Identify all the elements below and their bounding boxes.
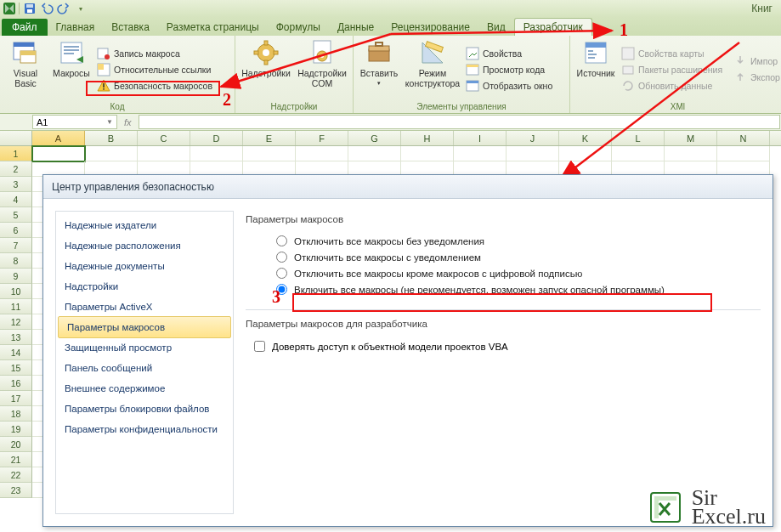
cell[interactable] — [190, 146, 243, 161]
insert-control-button[interactable]: Вставить▾ — [357, 37, 401, 101]
tab-review[interactable]: Рецензирование — [382, 19, 478, 36]
undo-icon[interactable] — [40, 2, 54, 15]
formula-input[interactable] — [139, 115, 780, 129]
row-header[interactable]: 10 — [0, 284, 32, 299]
col-header[interactable]: D — [190, 131, 243, 145]
trust-vba-checkbox-row[interactable]: Доверять доступ к объектной модели проек… — [246, 337, 761, 355]
row-header[interactable]: 1 — [0, 146, 32, 161]
col-header[interactable]: G — [348, 131, 401, 145]
cell[interactable] — [85, 146, 138, 161]
relative-refs-button[interactable]: Относительные ссылки — [95, 62, 231, 77]
tab-view[interactable]: Вид — [478, 19, 514, 36]
macro-option[interactable]: Отключить все макросы без уведомления — [246, 233, 761, 249]
row-header[interactable]: 18 — [0, 406, 32, 422]
tab-pagelayout[interactable]: Разметка страницы — [158, 19, 268, 36]
col-header[interactable]: I — [454, 131, 507, 145]
trust-sidebar-item[interactable]: Параметры макросов — [58, 316, 231, 338]
macros-button[interactable]: Макросы — [49, 37, 93, 101]
cell[interactable] — [559, 146, 612, 161]
row-header[interactable]: 22 — [0, 467, 32, 483]
row-header[interactable]: 6 — [0, 223, 32, 238]
tab-developer[interactable]: Разработчик — [514, 18, 592, 36]
com-addins-button[interactable]: Надстройки COM — [295, 37, 349, 101]
addins-button[interactable]: Надстройки — [239, 37, 293, 101]
view-code-button[interactable]: Просмотр кода — [464, 62, 566, 77]
tab-data[interactable]: Данные — [329, 19, 382, 36]
cell[interactable] — [296, 146, 348, 161]
col-header[interactable]: K — [559, 131, 612, 145]
col-header[interactable]: E — [243, 131, 296, 145]
cell[interactable] — [507, 146, 559, 161]
select-all-corner[interactable] — [0, 131, 32, 145]
show-window-button[interactable]: Отобразить окно — [464, 78, 566, 93]
trust-sidebar-item[interactable]: Надежные издатели — [56, 215, 233, 235]
trust-sidebar-item[interactable]: Внешнее содержимое — [56, 378, 233, 399]
record-macro-button[interactable]: Запись макроса — [95, 46, 231, 61]
cell[interactable] — [401, 146, 454, 161]
row-header[interactable]: 21 — [0, 452, 32, 467]
tab-insert[interactable]: Вставка — [103, 19, 158, 36]
chevron-down-icon[interactable]: ▼ — [106, 118, 113, 126]
redo-icon[interactable] — [57, 2, 71, 15]
fx-icon[interactable]: fx — [124, 117, 132, 127]
col-header[interactable]: H — [401, 131, 454, 145]
col-header[interactable]: B — [85, 131, 138, 145]
properties-button[interactable]: Свойства — [464, 46, 566, 61]
name-box[interactable]: A1▼ — [32, 115, 117, 129]
row-header[interactable]: 3 — [0, 177, 32, 192]
col-header[interactable]: F — [296, 131, 348, 145]
row-header[interactable]: 11 — [0, 299, 32, 314]
cell[interactable] — [665, 146, 717, 161]
row-header[interactable]: 7 — [0, 238, 32, 253]
macro-option[interactable]: Включить все макросы (не рекомендуется, … — [246, 281, 761, 297]
file-tab[interactable]: Файл — [2, 19, 48, 36]
cell[interactable] — [32, 146, 85, 161]
row-header[interactable]: 9 — [0, 269, 32, 284]
xml-source-button[interactable]: Источник — [574, 37, 618, 101]
macro-option[interactable]: Отключить все макросы кроме макросов с ц… — [246, 265, 761, 281]
trust-sidebar-item[interactable]: Надежные расположения — [56, 235, 233, 256]
row-header[interactable]: 2 — [0, 161, 32, 177]
row-header[interactable]: 4 — [0, 192, 32, 207]
trust-vba-checkbox[interactable] — [254, 341, 265, 352]
col-header[interactable]: N — [717, 131, 770, 145]
row-header[interactable]: 14 — [0, 345, 32, 360]
col-header[interactable]: J — [507, 131, 559, 145]
col-header[interactable]: M — [665, 131, 717, 145]
cell[interactable] — [612, 146, 665, 161]
row-header[interactable]: 15 — [0, 360, 32, 376]
row-header[interactable]: 23 — [0, 483, 32, 498]
tab-home[interactable]: Главная — [48, 19, 104, 36]
macro-security-button[interactable]: Безопасность макросов — [95, 78, 231, 93]
row-header[interactable]: 13 — [0, 330, 32, 345]
row-header[interactable]: 5 — [0, 207, 32, 223]
cell[interactable] — [243, 146, 296, 161]
macro-radio[interactable] — [276, 252, 287, 263]
trust-sidebar-item[interactable]: Надежные документы — [56, 256, 233, 276]
visual-basic-button[interactable]: Visual Basic — [3, 37, 48, 101]
trust-sidebar-item[interactable]: Панель сообщений — [56, 358, 233, 378]
macro-radio[interactable] — [276, 235, 287, 246]
qat-customize-icon[interactable]: ▾ — [74, 2, 88, 15]
row-header[interactable]: 16 — [0, 376, 32, 391]
cell[interactable] — [717, 146, 770, 161]
col-header[interactable]: C — [138, 131, 190, 145]
row-header[interactable]: 19 — [0, 422, 32, 437]
macro-radio[interactable] — [276, 268, 287, 279]
row-header[interactable]: 20 — [0, 437, 32, 452]
row-header[interactable]: 8 — [0, 253, 32, 269]
col-header[interactable]: L — [612, 131, 665, 145]
save-icon[interactable] — [23, 2, 37, 15]
design-mode-button[interactable]: Режим конструктора — [403, 37, 462, 101]
cell[interactable] — [348, 146, 401, 161]
col-header[interactable]: A — [32, 131, 85, 145]
macro-option[interactable]: Отключить все макросы с уведомлением — [246, 249, 761, 265]
tab-formulas[interactable]: Формулы — [268, 19, 329, 36]
cell[interactable] — [138, 146, 190, 161]
trust-sidebar-item[interactable]: Надстройки — [56, 276, 233, 297]
cell[interactable] — [454, 146, 507, 161]
trust-sidebar-item[interactable]: Параметры ActiveX — [56, 297, 233, 317]
trust-sidebar-item[interactable]: Параметры конфиденциальности — [56, 419, 233, 439]
trust-sidebar-item[interactable]: Параметры блокировки файлов — [56, 399, 233, 419]
trust-sidebar-item[interactable]: Защищенный просмотр — [56, 337, 233, 358]
